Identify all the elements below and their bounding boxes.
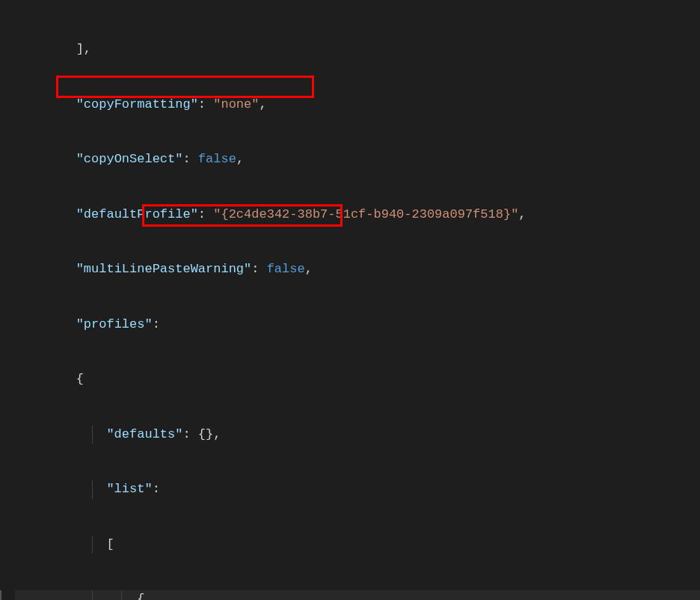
code-line: "defaultProfile": "{2c4de342-38b7-51cf-b…	[15, 206, 700, 224]
code-line: "list":	[15, 480, 700, 499]
annotation-box-multiline	[56, 76, 314, 98]
json-key: "profiles"	[76, 317, 153, 331]
code-line: "copyFormatting": "none",	[15, 96, 700, 114]
json-key: "copyFormatting"	[76, 97, 198, 111]
json-key: "list"	[106, 482, 152, 496]
code-line: ],	[15, 40, 700, 59]
code-line-current: {	[15, 590, 700, 600]
code-line: "copyOnSelect": false,	[15, 150, 700, 169]
json-bool: false	[198, 152, 236, 166]
code-line: "defaults": {},	[15, 426, 700, 444]
json-string: "{2c4de342-38b7-51cf-b940-2309a097f518}"	[213, 207, 518, 221]
code-line: [	[15, 536, 700, 554]
json-key: "defaultProfile"	[76, 207, 198, 221]
close-bracket: ],	[76, 42, 91, 56]
json-empty-object: {}	[198, 427, 213, 441]
json-string: "none"	[213, 97, 259, 111]
code-line-highlighted: "multiLinePasteWarning": false,	[15, 260, 700, 279]
json-key: "defaults"	[106, 427, 182, 441]
code-line: "profiles":	[15, 316, 700, 334]
code-line: {	[15, 370, 700, 389]
code-editor[interactable]: ], "copyFormatting": "none", "copyOnSele…	[0, 0, 700, 600]
json-key: "multiLinePasteWarning"	[76, 262, 252, 276]
json-key: "copyOnSelect"	[76, 152, 183, 166]
json-bool: false	[267, 262, 305, 276]
